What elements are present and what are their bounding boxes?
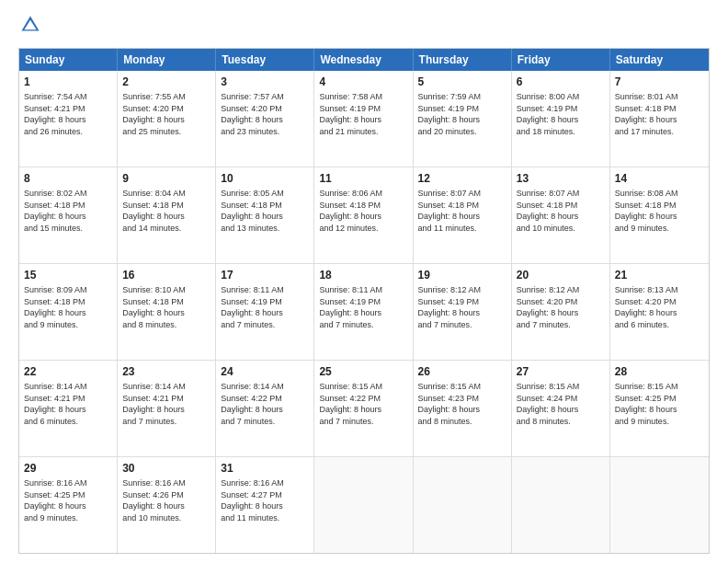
day-number: 2 <box>122 75 210 89</box>
calendar-body: 1Sunrise: 7:54 AM Sunset: 4:21 PM Daylig… <box>19 71 709 553</box>
day-number: 23 <box>122 364 210 379</box>
calendar-cell: 21Sunrise: 8:13 AM Sunset: 4:20 PM Dayli… <box>610 264 709 360</box>
calendar-cell: 23Sunrise: 8:14 AM Sunset: 4:21 PM Dayli… <box>118 361 216 456</box>
header <box>18 15 710 39</box>
day-number: 6 <box>517 75 605 89</box>
calendar-cell: 10Sunrise: 8:05 AM Sunset: 4:18 PM Dayli… <box>216 167 314 263</box>
day-info: Sunrise: 7:55 AM Sunset: 4:20 PM Dayligh… <box>122 91 210 137</box>
day-number: 1 <box>24 75 112 89</box>
day-number: 27 <box>517 364 605 379</box>
day-info: Sunrise: 7:54 AM Sunset: 4:21 PM Dayligh… <box>24 91 112 137</box>
day-info: Sunrise: 8:12 AM Sunset: 4:19 PM Dayligh… <box>418 284 506 330</box>
day-info: Sunrise: 8:00 AM Sunset: 4:19 PM Dayligh… <box>517 91 605 137</box>
day-number: 8 <box>24 171 112 186</box>
day-number: 20 <box>517 268 605 282</box>
calendar-cell: 3Sunrise: 7:57 AM Sunset: 4:20 PM Daylig… <box>216 71 314 167</box>
day-number: 11 <box>319 171 407 186</box>
day-number: 4 <box>319 75 407 89</box>
day-info: Sunrise: 8:02 AM Sunset: 4:18 PM Dayligh… <box>24 188 112 234</box>
calendar: SundayMondayTuesdayWednesdayThursdayFrid… <box>18 48 710 554</box>
day-info: Sunrise: 8:13 AM Sunset: 4:20 PM Dayligh… <box>615 284 704 330</box>
logo-icon <box>20 15 40 35</box>
day-info: Sunrise: 8:01 AM Sunset: 4:18 PM Dayligh… <box>615 91 704 137</box>
day-info: Sunrise: 8:14 AM Sunset: 4:21 PM Dayligh… <box>122 381 210 427</box>
calendar-cell <box>314 457 413 553</box>
calendar-row-5: 29Sunrise: 8:16 AM Sunset: 4:25 PM Dayli… <box>19 456 709 553</box>
calendar-cell: 17Sunrise: 8:11 AM Sunset: 4:19 PM Dayli… <box>216 264 314 360</box>
day-info: Sunrise: 8:08 AM Sunset: 4:18 PM Dayligh… <box>615 188 704 234</box>
day-number: 3 <box>221 75 309 89</box>
day-number: 10 <box>221 171 309 186</box>
calendar-cell: 4Sunrise: 7:58 AM Sunset: 4:19 PM Daylig… <box>314 71 413 167</box>
day-info: Sunrise: 7:57 AM Sunset: 4:20 PM Dayligh… <box>221 91 309 137</box>
calendar-cell: 11Sunrise: 8:06 AM Sunset: 4:18 PM Dayli… <box>314 167 413 263</box>
day-info: Sunrise: 8:05 AM Sunset: 4:18 PM Dayligh… <box>221 188 309 234</box>
calendar-row-3: 15Sunrise: 8:09 AM Sunset: 4:18 PM Dayli… <box>19 263 709 360</box>
day-number: 31 <box>221 461 309 476</box>
calendar-cell: 22Sunrise: 8:14 AM Sunset: 4:21 PM Dayli… <box>19 361 118 456</box>
calendar-cell: 5Sunrise: 7:59 AM Sunset: 4:19 PM Daylig… <box>414 71 512 167</box>
day-info: Sunrise: 8:11 AM Sunset: 4:19 PM Dayligh… <box>221 284 309 330</box>
logo <box>18 15 40 39</box>
calendar-cell: 25Sunrise: 8:15 AM Sunset: 4:22 PM Dayli… <box>314 361 413 456</box>
day-info: Sunrise: 8:14 AM Sunset: 4:22 PM Dayligh… <box>221 381 309 427</box>
page: SundayMondayTuesdayWednesdayThursdayFrid… <box>0 0 728 563</box>
calendar-cell: 26Sunrise: 8:15 AM Sunset: 4:23 PM Dayli… <box>414 361 512 456</box>
calendar-cell: 31Sunrise: 8:16 AM Sunset: 4:27 PM Dayli… <box>216 457 314 553</box>
day-number: 26 <box>418 364 506 379</box>
day-info: Sunrise: 8:10 AM Sunset: 4:18 PM Dayligh… <box>122 284 210 330</box>
calendar-cell: 18Sunrise: 8:11 AM Sunset: 4:19 PM Dayli… <box>314 264 413 360</box>
day-number: 25 <box>319 364 407 379</box>
calendar-cell: 1Sunrise: 7:54 AM Sunset: 4:21 PM Daylig… <box>19 71 118 167</box>
calendar-cell: 13Sunrise: 8:07 AM Sunset: 4:18 PM Dayli… <box>512 167 610 263</box>
header-day-tuesday: Tuesday <box>216 49 314 71</box>
day-info: Sunrise: 8:09 AM Sunset: 4:18 PM Dayligh… <box>24 284 112 330</box>
calendar-cell: 15Sunrise: 8:09 AM Sunset: 4:18 PM Dayli… <box>19 264 118 360</box>
calendar-cell: 20Sunrise: 8:12 AM Sunset: 4:20 PM Dayli… <box>512 264 610 360</box>
calendar-cell <box>512 457 610 553</box>
header-day-friday: Friday <box>512 49 610 71</box>
day-info: Sunrise: 8:07 AM Sunset: 4:18 PM Dayligh… <box>418 188 506 234</box>
calendar-cell: 16Sunrise: 8:10 AM Sunset: 4:18 PM Dayli… <box>118 264 216 360</box>
calendar-cell: 29Sunrise: 8:16 AM Sunset: 4:25 PM Dayli… <box>19 457 118 553</box>
day-info: Sunrise: 8:15 AM Sunset: 4:25 PM Dayligh… <box>615 381 704 427</box>
day-info: Sunrise: 8:16 AM Sunset: 4:25 PM Dayligh… <box>24 477 112 523</box>
day-number: 14 <box>615 171 704 186</box>
day-info: Sunrise: 7:58 AM Sunset: 4:19 PM Dayligh… <box>319 91 407 137</box>
day-info: Sunrise: 8:06 AM Sunset: 4:18 PM Dayligh… <box>319 188 407 234</box>
calendar-cell: 14Sunrise: 8:08 AM Sunset: 4:18 PM Dayli… <box>610 167 709 263</box>
day-info: Sunrise: 8:11 AM Sunset: 4:19 PM Dayligh… <box>319 284 407 330</box>
calendar-cell: 27Sunrise: 8:15 AM Sunset: 4:24 PM Dayli… <box>512 361 610 456</box>
day-number: 16 <box>122 268 210 282</box>
header-day-thursday: Thursday <box>414 49 512 71</box>
day-number: 21 <box>615 268 704 282</box>
day-number: 30 <box>122 461 210 476</box>
calendar-cell <box>414 457 512 553</box>
day-info: Sunrise: 8:04 AM Sunset: 4:18 PM Dayligh… <box>122 188 210 234</box>
calendar-header: SundayMondayTuesdayWednesdayThursdayFrid… <box>19 49 709 71</box>
day-number: 15 <box>24 268 112 282</box>
day-info: Sunrise: 7:59 AM Sunset: 4:19 PM Dayligh… <box>418 91 506 137</box>
calendar-cell: 7Sunrise: 8:01 AM Sunset: 4:18 PM Daylig… <box>610 71 709 167</box>
calendar-cell: 6Sunrise: 8:00 AM Sunset: 4:19 PM Daylig… <box>512 71 610 167</box>
header-day-monday: Monday <box>118 49 216 71</box>
day-info: Sunrise: 8:15 AM Sunset: 4:24 PM Dayligh… <box>517 381 605 427</box>
day-info: Sunrise: 8:16 AM Sunset: 4:26 PM Dayligh… <box>122 477 210 523</box>
day-number: 19 <box>418 268 506 282</box>
day-number: 29 <box>24 461 112 476</box>
day-number: 5 <box>418 75 506 89</box>
day-number: 28 <box>615 364 704 379</box>
day-info: Sunrise: 8:07 AM Sunset: 4:18 PM Dayligh… <box>517 188 605 234</box>
calendar-row-2: 8Sunrise: 8:02 AM Sunset: 4:18 PM Daylig… <box>19 167 709 263</box>
calendar-cell: 9Sunrise: 8:04 AM Sunset: 4:18 PM Daylig… <box>118 167 216 263</box>
day-number: 22 <box>24 364 112 379</box>
calendar-row-1: 1Sunrise: 7:54 AM Sunset: 4:21 PM Daylig… <box>19 71 709 167</box>
header-day-sunday: Sunday <box>19 49 118 71</box>
calendar-cell: 24Sunrise: 8:14 AM Sunset: 4:22 PM Dayli… <box>216 361 314 456</box>
header-day-wednesday: Wednesday <box>314 49 413 71</box>
day-info: Sunrise: 8:15 AM Sunset: 4:23 PM Dayligh… <box>418 381 506 427</box>
day-info: Sunrise: 8:12 AM Sunset: 4:20 PM Dayligh… <box>517 284 605 330</box>
day-number: 9 <box>122 171 210 186</box>
day-info: Sunrise: 8:15 AM Sunset: 4:22 PM Dayligh… <box>319 381 407 427</box>
header-day-saturday: Saturday <box>610 49 709 71</box>
